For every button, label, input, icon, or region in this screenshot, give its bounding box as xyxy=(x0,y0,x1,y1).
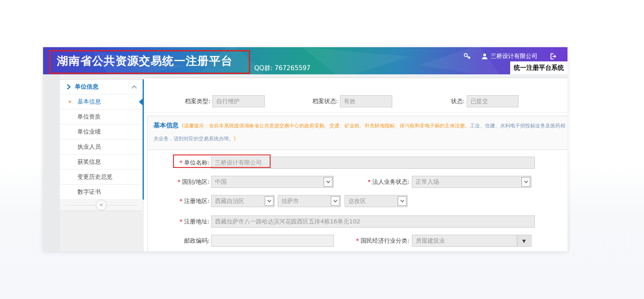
active-item-marker-icon: » xyxy=(68,94,72,109)
region-city-value: 拉萨市 xyxy=(281,198,299,204)
sidebar-group-label: 单位信息 xyxy=(75,83,132,91)
chevron-down-icon xyxy=(331,196,340,206)
app-header: 湖南省公共资源交易统一注册平台 QQ群: 767265597 三桥设计有限公司 … xyxy=(43,47,567,74)
header-decor-triangle xyxy=(302,47,411,74)
section-header: 基本信息(温馨提示：当前本系统提供湖南省公共资源交易中心的政府采购、交通、矿业权… xyxy=(148,116,567,150)
sidebar-item-label: 单位业绩 xyxy=(77,128,101,135)
sidebar-item-unit-qualification[interactable]: 单位资质 xyxy=(60,109,143,124)
address-row: *注册地址: 西藏拉萨市八一路哈达滨河花园西区五排4栋16单元102 xyxy=(148,215,567,228)
required-mark: * xyxy=(179,159,182,166)
legal-status-value: 正常入场 xyxy=(416,178,439,185)
region-label: *注册地区: xyxy=(148,195,210,207)
legal-status-label: *法人业务状态: xyxy=(276,176,409,188)
region-city-select[interactable]: 拉萨市 xyxy=(278,195,341,207)
triangle-down-icon: ▼ xyxy=(517,236,531,246)
unit-name-row: *单位名称: 三桥设计有限公司 xyxy=(148,157,567,169)
header-decor-triangle xyxy=(419,47,503,74)
sidebar-item-label: 数字证书 xyxy=(77,188,101,195)
chevron-down-icon xyxy=(521,177,530,187)
sidebar-items: » 基本信息 单位资质 单位业绩 执业人员 获奖信息 xyxy=(60,94,143,200)
app-window: 湖南省公共资源交易统一注册平台 QQ群: 767265597 三桥设计有限公司 … xyxy=(43,47,567,251)
status-label: 状态: xyxy=(398,95,465,107)
sidebar-menu: 单位信息 » 基本信息 单位资质 单位业绩 xyxy=(60,79,143,200)
section-title: 基本信息 xyxy=(153,122,179,129)
postal-industry-row: 邮政编码: *国民经济行业分类: 房屋建筑业 ▼ xyxy=(148,235,567,247)
unit-name-label: *单位名称: xyxy=(148,157,210,169)
sidebar-item-label: 变更历史总览 xyxy=(77,173,112,180)
section-body: *单位名称: 三桥设计有限公司 *国别/地区: 中国 *法人业务状态: 正常入场 xyxy=(148,157,567,251)
archive-type-field: 自行维护 xyxy=(212,95,265,107)
sidebar-item-label: 获奖信息 xyxy=(77,158,101,165)
required-mark: * xyxy=(368,178,371,185)
key-icon[interactable] xyxy=(463,53,471,60)
required-mark: * xyxy=(356,237,359,244)
user-icon xyxy=(481,53,488,60)
country-status-row: *国别/地区: 中国 *法人业务状态: 正常入场 xyxy=(148,176,567,188)
postal-code-label: 邮政编码: xyxy=(148,235,210,247)
unit-name-field: 三桥设计有限公司 xyxy=(211,157,535,169)
sidebar-item-unit-performance[interactable]: 单位业绩 xyxy=(60,124,143,139)
sidebar-item-label: 基本信息 xyxy=(77,98,101,105)
archive-status-field: 有效 xyxy=(340,95,392,107)
logout-icon[interactable] xyxy=(549,53,557,60)
sidebar-item-label: 执业人员 xyxy=(77,143,101,150)
section-notice-close: ) xyxy=(234,136,236,142)
legal-status-select[interactable]: 正常入场 xyxy=(412,176,532,188)
content-body: 单位信息 » 基本信息 单位资质 单位业绩 xyxy=(43,74,567,251)
required-mark: * xyxy=(179,218,182,225)
archive-type-label: 档案类型: xyxy=(144,95,210,107)
country-label: *国别/地区: xyxy=(148,176,210,188)
region-row: *注册地区: 西藏自治区 拉萨市 达孜区 xyxy=(148,195,567,207)
chevron-right-icon xyxy=(67,84,71,89)
sidebar-item-change-history[interactable]: 变更历史总览 xyxy=(60,170,143,185)
region-district-select[interactable]: 达孜区 xyxy=(345,195,408,207)
tab-unified-registration-system[interactable]: 统一注册平台系统 xyxy=(510,61,567,74)
main-panel: 档案类型: 自行维护 档案状态: 有效 状态: 已提交 基本信息(温馨提示：当前… xyxy=(144,78,567,251)
double-angle-left-icon: « xyxy=(100,201,103,208)
address-label: *注册地址: xyxy=(148,215,210,228)
page-title: 湖南省公共资源交易统一注册平台 xyxy=(57,47,233,74)
status-field: 已提交 xyxy=(467,95,519,107)
qq-group-label: QQ群: 767265597 xyxy=(254,64,310,72)
sidebar: 单位信息 » 基本信息 单位资质 单位业绩 xyxy=(60,74,143,251)
chevron-up-icon[interactable] xyxy=(132,85,137,89)
sidebar-collapse-button[interactable]: « xyxy=(96,200,107,210)
sidebar-collapse-row: « xyxy=(60,200,143,211)
sidebar-item-practitioners[interactable]: 执业人员 xyxy=(60,139,143,155)
sidebar-item-label: 单位资质 xyxy=(77,113,101,120)
region-province-value: 西藏自治区 xyxy=(215,198,244,204)
sidebar-item-basic-info[interactable]: » 基本信息 xyxy=(60,94,143,109)
sidebar-item-awards[interactable]: 获奖信息 xyxy=(60,155,143,170)
user-company-name: 三桥设计有限公司 xyxy=(491,53,537,60)
chevron-down-icon xyxy=(398,196,406,206)
required-mark: * xyxy=(178,178,181,185)
current-user[interactable]: 三桥设计有限公司 xyxy=(481,53,537,60)
divider xyxy=(144,112,567,113)
archive-status-label: 档案状态: xyxy=(271,95,338,107)
region-province-select[interactable]: 西藏自治区 xyxy=(211,195,275,207)
basic-info-section: 基本信息(温馨提示：当前本系统提供湖南省公共资源交易中心的政府采购、交通、矿业权… xyxy=(147,116,567,251)
sidebar-item-digital-certificate[interactable]: 数字证书 xyxy=(60,185,143,200)
left-gutter xyxy=(43,74,60,251)
region-district-value: 达孜区 xyxy=(348,198,366,204)
chevron-down-icon xyxy=(265,196,273,206)
country-value: 中国 xyxy=(215,178,227,185)
industry-select[interactable]: 房屋建筑业 ▼ xyxy=(412,235,532,247)
industry-value: 房屋建筑业 xyxy=(416,237,445,244)
sidebar-group-unit-info[interactable]: 单位信息 xyxy=(60,80,143,94)
industry-label: *国民经济行业分类: xyxy=(276,235,409,247)
address-field: 西藏拉萨市八一路哈达滨河花园西区五排4栋16单元102 xyxy=(211,215,535,228)
section-notice-orange: (温馨提示：当前本系统提供湖南省公共资源交易中心的政府采购、交通、矿业权、补充耕… xyxy=(182,123,470,129)
required-mark: * xyxy=(179,198,182,204)
